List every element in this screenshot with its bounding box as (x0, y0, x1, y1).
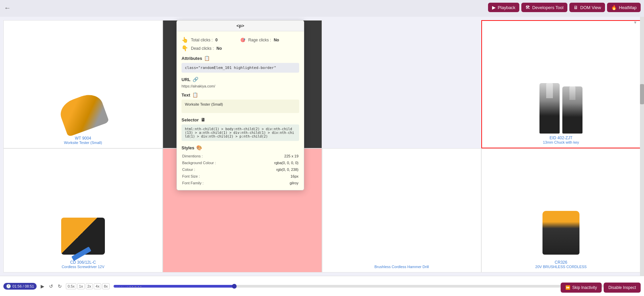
dom-view-button[interactable]: 🖥 DOM View (569, 3, 605, 12)
speed-8-button[interactable]: 8x (102, 283, 110, 289)
dead-clicks-row: 👇 Dead clicks : No (182, 45, 299, 51)
selector-copy-icon[interactable]: 🖥 (201, 117, 205, 122)
heatmap-button[interactable]: 🔥 HeatMap (607, 3, 641, 12)
colour-value: rgb(0, 0, 238) (250, 166, 298, 173)
developers-tool-icon: 🛠 (525, 5, 530, 10)
url-section-header: URL 🔗 (182, 77, 299, 82)
product-card-cr326[interactable]: CR326 20V BRUSHLESS CORDLESS (481, 148, 641, 272)
speed-4-button[interactable]: 4x (94, 283, 101, 289)
text-label: Text (182, 92, 190, 98)
font-size-label: Font Size : (182, 173, 249, 179)
product-card-wt9004[interactable]: WT 9004 Worksite Tester (Small) (3, 20, 163, 148)
skip-inactivity-label: Skip Inactivity (572, 285, 597, 290)
font-family-label: Font Family : (182, 180, 249, 186)
rage-icon: 🎯 (240, 38, 245, 42)
disable-inspect-label: Disable Inspect (608, 285, 636, 290)
dom-view-icon: 🖥 (573, 5, 578, 10)
play-button[interactable]: ▶ (39, 282, 46, 290)
dead-clicks-label: Dead clicks : (191, 46, 214, 51)
rage-clicks-label: Rage clicks : (248, 38, 271, 42)
developers-tool-label: Developers Tool (532, 5, 563, 10)
attributes-copy-icon[interactable]: 📋 (204, 56, 210, 61)
rage-clicks-value: No (274, 38, 279, 42)
skip-icon: ⏩ (565, 285, 570, 290)
disable-inspect-button[interactable]: Disable Inspect (604, 283, 641, 293)
product-sub-eid402: 13mm Chuck with key (543, 140, 579, 144)
popup-body: 👆 Total clicks : 0 🎯 Rage clicks : No 👇 … (177, 31, 304, 190)
styles-icon: 🎨 (196, 145, 202, 150)
text-section-header: Text 📋 (182, 92, 299, 98)
time-badge: 🕐 01:56 / 08:51 (3, 283, 37, 290)
product-card-cd306[interactable]: CD 306/12L-C Cordless Screwdriver 12V (3, 148, 163, 272)
url-value: https://alnakiya.com/ (182, 84, 299, 88)
styles-table: Dimentions : 225 x 19 Background Colour … (182, 152, 299, 187)
product-sub-wt9004: Worksite Tester (Small) (64, 141, 102, 145)
dimensions-row: Dimentions : 225 x 19 (182, 153, 298, 159)
text-value: Worksite Tester (Small) (182, 100, 299, 113)
font-size-row: Font Size : 16px (182, 173, 298, 179)
timeline-playhead[interactable] (232, 284, 237, 289)
colour-label: Colour : (182, 166, 249, 173)
text-copy-icon[interactable]: 📋 (192, 92, 198, 98)
scrollbar-track[interactable] (640, 17, 644, 276)
product-sub-cd306: Cordless Screwdriver 12V (62, 265, 104, 269)
bottom-bar: 🕐 01:56 / 08:51 ▶ ↺ ↻ 0.5x 1x 2x 4x 8x (0, 276, 644, 296)
bg-colour-row: Background Colour : rgba(0, 0, 0, 0) (182, 160, 298, 166)
playback-button[interactable]: ▶ Playback (488, 3, 520, 12)
playback-icon: ▶ (492, 5, 496, 10)
product-grid: WT 9004 Worksite Tester (Small) EID 402-… (0, 17, 644, 276)
scroll-down-indicator: ▼ (633, 20, 637, 25)
heatmap-icon: 🔥 (611, 5, 617, 10)
bg-colour-label: Background Colour : (182, 160, 249, 166)
attributes-section-header: Attributes 📋 (182, 56, 299, 61)
speed-1-button[interactable]: 1x (77, 283, 85, 289)
styles-section-header: Styles 🎨 (182, 145, 299, 150)
clock-icon: 🕐 (6, 284, 11, 289)
url-copy-icon[interactable]: 🔗 (193, 77, 198, 82)
styles-label: Styles (182, 145, 194, 150)
total-clicks-row: 👆 Total clicks : 0 🎯 Rage clicks : No (182, 37, 299, 43)
total-clicks-value: 0 (215, 38, 218, 42)
attributes-value: class="randomElem_101 highlighted-border… (182, 63, 299, 73)
popup-panel: <p> 👆 Total clicks : 0 🎯 Rage clicks : N… (176, 20, 304, 190)
play-controls: ▶ ↺ ↻ (39, 282, 63, 290)
product-sub-brushless: Brushless Cordless Hammer Drill (374, 265, 429, 269)
colour-row: Colour : rgb(0, 0, 238) (182, 166, 298, 173)
font-family-row: Font Family : gilroy (182, 180, 298, 186)
developers-tool-button[interactable]: 🛠 Developers Tool (521, 3, 567, 12)
selector-label: Selector (182, 117, 199, 122)
forward-button[interactable]: ↻ (56, 282, 63, 290)
heatmap-label: HeatMap (619, 5, 637, 10)
top-toolbar: ▶ Playback 🛠 Developers Tool 🖥 DOM View … (485, 0, 644, 15)
product-title-cr326: CR326 (555, 260, 567, 265)
bg-colour-value: rgba(0, 0, 0, 0) (250, 160, 298, 166)
selector-value: html:nth-child(1) > body:nth-child(2) > … (182, 124, 299, 141)
playback-label: Playback (498, 5, 516, 10)
scrollbar-thumb[interactable] (640, 84, 644, 104)
back-icon: ← (4, 4, 11, 11)
current-time: 01:56 / 08:51 (12, 284, 34, 288)
product-title-eid402: EID 402-ZJT (550, 136, 572, 140)
main-content: WT 9004 Worksite Tester (Small) EID 402-… (0, 17, 644, 276)
speed-2-button[interactable]: 2x (86, 283, 93, 289)
product-card-eid402[interactable]: EID 402-ZJT 13mm Chuck with key (481, 20, 641, 148)
dom-view-label: DOM View (580, 5, 601, 10)
skip-inactivity-button[interactable]: ⏩ Skip Inactivity (561, 283, 602, 293)
click-icon: 👆 (182, 37, 188, 43)
popup-title: <p> (177, 21, 304, 31)
total-clicks-label: Total clicks : (191, 38, 213, 42)
back-button[interactable]: ← (4, 4, 11, 12)
dimensions-value: 225 x 19 (250, 153, 298, 159)
speed-05-button[interactable]: 0.5x (66, 283, 76, 289)
dead-click-icon: 👇 (182, 45, 188, 51)
product-title-wt9004: WT 9004 (75, 136, 91, 141)
speed-controls: 0.5x 1x 2x 4x 8x (66, 283, 109, 289)
font-family-value: gilroy (250, 180, 298, 186)
product-card-brushless[interactable]: Brushless Cordless Hammer Drill (322, 148, 481, 272)
bottom-actions: ⏩ Skip Inactivity Disable Inspect (561, 283, 641, 293)
replay-button[interactable]: ↺ (48, 282, 54, 290)
font-size-value: 16px (250, 173, 298, 179)
product-sub-cr326: 20V BRUSHLESS CORDLESS (535, 265, 587, 269)
attributes-label: Attributes (182, 56, 202, 61)
selector-section-header: Selector 🖥 (182, 117, 299, 122)
